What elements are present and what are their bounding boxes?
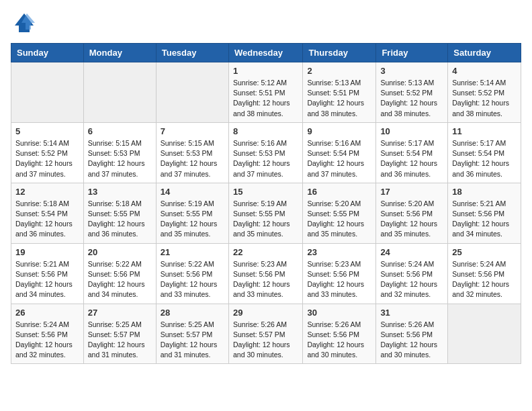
calendar-cell: 12Sunrise: 5:18 AM Sunset: 5:54 PM Dayli… bbox=[11, 183, 84, 243]
day-header-friday: Friday bbox=[376, 44, 448, 62]
cell-info: Sunrise: 5:19 AM Sunset: 5:55 PM Dayligh… bbox=[161, 199, 224, 240]
calendar-cell: 10Sunrise: 5:17 AM Sunset: 5:54 PM Dayli… bbox=[376, 122, 448, 183]
calendar-cell: 19Sunrise: 5:21 AM Sunset: 5:56 PM Dayli… bbox=[11, 243, 84, 304]
calendar-cell: 16Sunrise: 5:20 AM Sunset: 5:55 PM Dayli… bbox=[303, 183, 376, 243]
calendar-cell: 9Sunrise: 5:16 AM Sunset: 5:54 PM Daylig… bbox=[303, 122, 376, 183]
calendar-cell: 17Sunrise: 5:20 AM Sunset: 5:56 PM Dayli… bbox=[376, 183, 448, 243]
day-number: 30 bbox=[307, 308, 371, 318]
cell-info: Sunrise: 5:20 AM Sunset: 5:55 PM Dayligh… bbox=[307, 199, 371, 240]
cell-info: Sunrise: 5:22 AM Sunset: 5:56 PM Dayligh… bbox=[88, 259, 152, 300]
day-number: 21 bbox=[161, 247, 224, 257]
calendar-cell: 30Sunrise: 5:26 AM Sunset: 5:56 PM Dayli… bbox=[303, 304, 376, 364]
day-number: 18 bbox=[452, 187, 517, 197]
calendar-week-5: 26Sunrise: 5:24 AM Sunset: 5:56 PM Dayli… bbox=[11, 304, 521, 364]
cell-info: Sunrise: 5:23 AM Sunset: 5:56 PM Dayligh… bbox=[233, 259, 298, 300]
cell-info: Sunrise: 5:26 AM Sunset: 5:57 PM Dayligh… bbox=[233, 320, 298, 361]
cell-info: Sunrise: 5:19 AM Sunset: 5:55 PM Dayligh… bbox=[233, 199, 298, 240]
day-header-sunday: Sunday bbox=[11, 44, 84, 62]
day-number: 28 bbox=[161, 308, 224, 318]
calendar-week-2: 5Sunrise: 5:14 AM Sunset: 5:52 PM Daylig… bbox=[11, 122, 521, 183]
logo-icon bbox=[11, 11, 35, 35]
calendar-cell: 8Sunrise: 5:16 AM Sunset: 5:53 PM Daylig… bbox=[228, 122, 302, 183]
cell-info: Sunrise: 5:13 AM Sunset: 5:52 PM Dayligh… bbox=[380, 78, 443, 119]
calendar-cell: 1Sunrise: 5:12 AM Sunset: 5:51 PM Daylig… bbox=[228, 62, 302, 123]
calendar-cell bbox=[11, 62, 84, 123]
cell-info: Sunrise: 5:21 AM Sunset: 5:56 PM Dayligh… bbox=[452, 199, 517, 240]
cell-info: Sunrise: 5:14 AM Sunset: 5:52 PM Dayligh… bbox=[15, 138, 79, 179]
cell-info: Sunrise: 5:15 AM Sunset: 5:53 PM Dayligh… bbox=[161, 138, 224, 179]
day-number: 16 bbox=[307, 187, 371, 197]
day-number: 20 bbox=[88, 247, 152, 257]
page-header bbox=[11, 11, 521, 35]
day-number: 26 bbox=[15, 308, 79, 318]
calendar: SundayMondayTuesdayWednesdayThursdayFrid… bbox=[11, 43, 521, 364]
day-number: 13 bbox=[88, 187, 152, 197]
day-number: 1 bbox=[233, 66, 298, 76]
cell-info: Sunrise: 5:26 AM Sunset: 5:56 PM Dayligh… bbox=[307, 320, 371, 361]
day-number: 24 bbox=[380, 247, 443, 257]
calendar-cell: 7Sunrise: 5:15 AM Sunset: 5:53 PM Daylig… bbox=[156, 122, 228, 183]
calendar-cell: 3Sunrise: 5:13 AM Sunset: 5:52 PM Daylig… bbox=[376, 62, 448, 123]
day-number: 10 bbox=[380, 126, 443, 136]
cell-info: Sunrise: 5:22 AM Sunset: 5:56 PM Dayligh… bbox=[161, 259, 224, 300]
calendar-week-4: 19Sunrise: 5:21 AM Sunset: 5:56 PM Dayli… bbox=[11, 243, 521, 304]
calendar-body: 1Sunrise: 5:12 AM Sunset: 5:51 PM Daylig… bbox=[11, 62, 521, 364]
calendar-cell: 13Sunrise: 5:18 AM Sunset: 5:55 PM Dayli… bbox=[83, 183, 156, 243]
calendar-cell: 14Sunrise: 5:19 AM Sunset: 5:55 PM Dayli… bbox=[156, 183, 228, 243]
calendar-cell: 4Sunrise: 5:14 AM Sunset: 5:52 PM Daylig… bbox=[448, 62, 521, 123]
calendar-cell: 18Sunrise: 5:21 AM Sunset: 5:56 PM Dayli… bbox=[448, 183, 521, 243]
calendar-cell: 5Sunrise: 5:14 AM Sunset: 5:52 PM Daylig… bbox=[11, 122, 84, 183]
calendar-cell: 6Sunrise: 5:15 AM Sunset: 5:53 PM Daylig… bbox=[83, 122, 156, 183]
calendar-header-row: SundayMondayTuesdayWednesdayThursdayFrid… bbox=[11, 44, 521, 62]
calendar-cell: 26Sunrise: 5:24 AM Sunset: 5:56 PM Dayli… bbox=[11, 304, 84, 364]
calendar-cell: 24Sunrise: 5:24 AM Sunset: 5:56 PM Dayli… bbox=[376, 243, 448, 304]
day-number: 9 bbox=[307, 126, 371, 136]
day-number: 31 bbox=[380, 308, 443, 318]
day-number: 27 bbox=[88, 308, 152, 318]
day-number: 22 bbox=[233, 247, 298, 257]
cell-info: Sunrise: 5:17 AM Sunset: 5:54 PM Dayligh… bbox=[452, 138, 517, 179]
cell-info: Sunrise: 5:20 AM Sunset: 5:56 PM Dayligh… bbox=[380, 199, 443, 240]
day-header-monday: Monday bbox=[83, 44, 156, 62]
calendar-cell: 2Sunrise: 5:13 AM Sunset: 5:51 PM Daylig… bbox=[303, 62, 376, 123]
cell-info: Sunrise: 5:25 AM Sunset: 5:57 PM Dayligh… bbox=[88, 320, 152, 361]
day-number: 23 bbox=[307, 247, 371, 257]
day-number: 6 bbox=[88, 126, 152, 136]
calendar-cell: 15Sunrise: 5:19 AM Sunset: 5:55 PM Dayli… bbox=[228, 183, 302, 243]
day-number: 3 bbox=[380, 66, 443, 76]
cell-info: Sunrise: 5:18 AM Sunset: 5:54 PM Dayligh… bbox=[15, 199, 79, 240]
calendar-cell: 22Sunrise: 5:23 AM Sunset: 5:56 PM Dayli… bbox=[228, 243, 302, 304]
cell-info: Sunrise: 5:24 AM Sunset: 5:56 PM Dayligh… bbox=[380, 259, 443, 300]
cell-info: Sunrise: 5:16 AM Sunset: 5:53 PM Dayligh… bbox=[233, 138, 298, 179]
cell-info: Sunrise: 5:21 AM Sunset: 5:56 PM Dayligh… bbox=[15, 259, 79, 300]
day-number: 15 bbox=[233, 187, 298, 197]
day-number: 17 bbox=[380, 187, 443, 197]
calendar-cell: 27Sunrise: 5:25 AM Sunset: 5:57 PM Dayli… bbox=[83, 304, 156, 364]
day-number: 19 bbox=[15, 247, 79, 257]
day-number: 25 bbox=[452, 247, 517, 257]
day-header-tuesday: Tuesday bbox=[156, 44, 228, 62]
calendar-week-1: 1Sunrise: 5:12 AM Sunset: 5:51 PM Daylig… bbox=[11, 62, 521, 123]
calendar-cell: 28Sunrise: 5:25 AM Sunset: 5:57 PM Dayli… bbox=[156, 304, 228, 364]
cell-info: Sunrise: 5:12 AM Sunset: 5:51 PM Dayligh… bbox=[233, 78, 298, 119]
calendar-cell: 31Sunrise: 5:26 AM Sunset: 5:56 PM Dayli… bbox=[376, 304, 448, 364]
cell-info: Sunrise: 5:13 AM Sunset: 5:51 PM Dayligh… bbox=[307, 78, 371, 119]
cell-info: Sunrise: 5:16 AM Sunset: 5:54 PM Dayligh… bbox=[307, 138, 371, 179]
calendar-cell bbox=[156, 62, 228, 123]
cell-info: Sunrise: 5:18 AM Sunset: 5:55 PM Dayligh… bbox=[88, 199, 152, 240]
calendar-week-3: 12Sunrise: 5:18 AM Sunset: 5:54 PM Dayli… bbox=[11, 183, 521, 243]
day-number: 2 bbox=[307, 66, 371, 76]
cell-info: Sunrise: 5:24 AM Sunset: 5:56 PM Dayligh… bbox=[452, 259, 517, 300]
calendar-cell: 23Sunrise: 5:23 AM Sunset: 5:56 PM Dayli… bbox=[303, 243, 376, 304]
cell-info: Sunrise: 5:15 AM Sunset: 5:53 PM Dayligh… bbox=[88, 138, 152, 179]
cell-info: Sunrise: 5:23 AM Sunset: 5:56 PM Dayligh… bbox=[307, 259, 371, 300]
cell-info: Sunrise: 5:25 AM Sunset: 5:57 PM Dayligh… bbox=[161, 320, 224, 361]
day-header-thursday: Thursday bbox=[303, 44, 376, 62]
calendar-cell bbox=[83, 62, 156, 123]
cell-info: Sunrise: 5:17 AM Sunset: 5:54 PM Dayligh… bbox=[380, 138, 443, 179]
calendar-cell: 21Sunrise: 5:22 AM Sunset: 5:56 PM Dayli… bbox=[156, 243, 228, 304]
day-header-saturday: Saturday bbox=[448, 44, 521, 62]
day-number: 5 bbox=[15, 126, 79, 136]
calendar-cell: 11Sunrise: 5:17 AM Sunset: 5:54 PM Dayli… bbox=[448, 122, 521, 183]
day-number: 4 bbox=[452, 66, 517, 76]
